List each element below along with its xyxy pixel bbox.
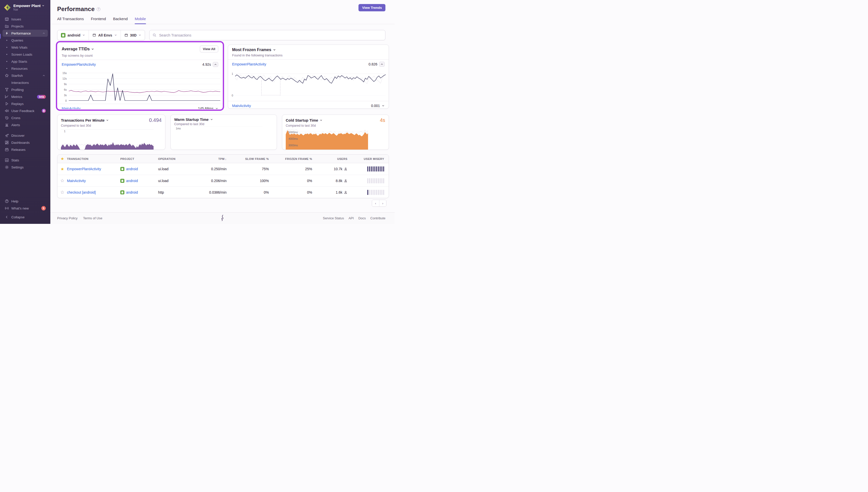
ttid-transaction-row-container: MainActivity145.68ms bbox=[58, 104, 222, 109]
sidebar-item-help[interactable]: Help bbox=[2, 198, 48, 205]
star-icon-outline[interactable] bbox=[57, 190, 67, 194]
sentry-logo-icon bbox=[220, 215, 225, 222]
sidebar-item-label: Metrics bbox=[11, 95, 35, 99]
footer-link-privacy-policy[interactable]: Privacy Policy bbox=[57, 216, 78, 220]
next-page-button[interactable]: › bbox=[379, 200, 386, 206]
footer-link-contribute[interactable]: Contribute bbox=[370, 216, 385, 220]
expand-row-button[interactable] bbox=[382, 104, 385, 107]
expand-row-button[interactable] bbox=[215, 107, 218, 109]
bullet-icon bbox=[4, 59, 9, 64]
stats-icon bbox=[4, 158, 9, 162]
transaction-metric-value: 4.92s bbox=[202, 63, 211, 67]
projects-icon bbox=[4, 24, 9, 28]
transaction-link[interactable]: MainActivity bbox=[67, 179, 86, 183]
view-all-button[interactable]: View All bbox=[200, 46, 218, 52]
transaction-link[interactable]: checkout [android] bbox=[67, 190, 96, 194]
transaction-link[interactable]: EmpowerPlantActivity bbox=[67, 167, 101, 171]
frozen-frame-cell: 0% bbox=[269, 179, 312, 183]
col-frozen-frame[interactable]: FROZEN FRAME % bbox=[269, 157, 312, 161]
col-user-misery[interactable]: USER MISERY bbox=[348, 157, 389, 161]
col-users[interactable]: USERS bbox=[312, 157, 348, 161]
sidebar-item-performance[interactable]: Performance bbox=[2, 30, 48, 37]
sidebar-item-dashboards[interactable]: Dashboards bbox=[2, 139, 48, 146]
frozen-card-title-dropdown[interactable]: Most Frozen Frames bbox=[232, 48, 276, 52]
sidebar-item-label: Issues bbox=[11, 17, 46, 21]
transaction-link-mainactivity[interactable]: MainActivity bbox=[62, 106, 81, 109]
warm-card-title-dropdown[interactable]: Warm Startup Time bbox=[174, 117, 213, 122]
sidebar-item-resources[interactable]: Resources bbox=[2, 65, 48, 72]
star-icon-outline[interactable] bbox=[57, 179, 67, 182]
org-switcher[interactable]: Empower Plant Nar bbox=[0, 0, 50, 14]
tab-backend[interactable]: Backend bbox=[113, 17, 128, 24]
col-transaction[interactable]: TRANSACTION bbox=[67, 157, 120, 161]
sidebar-item-queries[interactable]: Queries bbox=[2, 37, 48, 44]
sidebar-item-metrics[interactable]: Metricsbeta bbox=[2, 93, 48, 100]
search-transactions-input[interactable] bbox=[159, 33, 382, 38]
collapse-row-button[interactable] bbox=[379, 62, 385, 67]
sidebar-item-label: Queries bbox=[11, 39, 46, 42]
sidebar-item-screen-loads[interactable]: Screen Loads bbox=[2, 51, 48, 58]
star-icon-filled[interactable] bbox=[57, 167, 67, 171]
average-ttids-card: Average TTIDs View All Top screens by co… bbox=[58, 43, 222, 109]
project-cell: android bbox=[120, 179, 158, 183]
sidebar-item-crons[interactable]: Crons bbox=[2, 114, 48, 121]
ttid-card-title-dropdown[interactable]: Average TTIDs bbox=[62, 47, 94, 51]
chevron-up-icon bbox=[42, 32, 46, 35]
sidebar-item-projects[interactable]: Projects bbox=[2, 23, 48, 30]
transaction-link-mainactivity[interactable]: MainActivity bbox=[232, 104, 251, 108]
sidebar-item-web-vitals[interactable]: Web Vitals bbox=[2, 44, 48, 51]
cold-card-title-dropdown[interactable]: Cold Startup Time bbox=[286, 118, 323, 122]
col-project[interactable]: PROJECT bbox=[120, 157, 158, 161]
project-link[interactable]: android bbox=[126, 179, 138, 183]
sidebar-item-label: Projects bbox=[11, 24, 46, 28]
help-icon bbox=[4, 199, 9, 203]
previous-page-button[interactable]: ‹ bbox=[372, 200, 379, 206]
view-trends-button[interactable]: View Trends bbox=[358, 4, 385, 11]
date-range-filter[interactable]: 30D bbox=[121, 30, 145, 40]
tab-all-transactions[interactable]: All Transactions bbox=[57, 17, 84, 24]
date-range-value: 30D bbox=[130, 33, 137, 37]
sidebar-item-interactions[interactable]: Interactions bbox=[2, 79, 48, 86]
footer-link-docs[interactable]: Docs bbox=[358, 216, 366, 220]
footer-link-api[interactable]: API bbox=[349, 216, 354, 220]
tab-frontend[interactable]: Frontend bbox=[91, 17, 106, 24]
sidebar-item-issues[interactable]: Issues bbox=[2, 16, 48, 23]
project-link[interactable]: android bbox=[126, 190, 138, 194]
transaction-link-empowerplantactivity[interactable]: EmpowerPlantActivity bbox=[62, 63, 96, 67]
tpm-card-title-dropdown[interactable]: Transactions Per Minute bbox=[61, 118, 109, 122]
user-misery-bars bbox=[367, 178, 384, 183]
tab-mobile[interactable]: Mobile bbox=[135, 17, 146, 24]
table-row-empowerplantactivity: EmpowerPlantActivityandroidui.load0.250/… bbox=[57, 163, 389, 175]
frozen-transaction-row-container: MainActivity0.001 bbox=[228, 101, 389, 109]
sidebar-item-replays[interactable]: Replays bbox=[2, 100, 48, 107]
sidebar-item-settings[interactable]: Settings bbox=[2, 164, 48, 171]
sidebar-item-releases[interactable]: Releases bbox=[2, 146, 48, 153]
sidebar-item-app-starts[interactable]: App Starts bbox=[2, 58, 48, 65]
environment-filter-value: All Envs bbox=[98, 33, 112, 37]
transaction-link-empowerplantactivity[interactable]: EmpowerPlantActivity bbox=[232, 62, 266, 66]
collapse-row-button[interactable] bbox=[213, 62, 218, 67]
col-operation[interactable]: OPERATION bbox=[158, 157, 198, 161]
sidebar-item-label: Web Vitals bbox=[11, 46, 46, 49]
col-tpm-sorted[interactable]: TPM↓ bbox=[198, 157, 227, 161]
sidebar-collapse-button[interactable]: Collapse bbox=[0, 213, 50, 221]
help-circle-icon[interactable]: ? bbox=[97, 7, 100, 11]
project-filter[interactable]: android bbox=[57, 30, 88, 40]
sidebar-item-profiling[interactable]: Profiling bbox=[2, 86, 48, 93]
col-slow-frame[interactable]: SLOW FRAME % bbox=[227, 157, 269, 161]
cold-chart-svg bbox=[286, 128, 368, 150]
sidebar-item-what-s-new[interactable]: What's new5 bbox=[2, 205, 48, 212]
footer-link-terms-of-use[interactable]: Terms of Use bbox=[83, 216, 102, 220]
y-axis-tick: 15s bbox=[58, 72, 67, 75]
sidebar-item-user-feedback[interactable]: User FeedbackB bbox=[2, 107, 48, 114]
user-misery-cell bbox=[348, 178, 389, 183]
sidebar-item-starfish[interactable]: Starfish bbox=[2, 72, 48, 79]
org-logo-icon bbox=[3, 4, 11, 11]
footer-link-service-status[interactable]: Service Status bbox=[323, 216, 344, 220]
environment-filter[interactable]: All Envs bbox=[88, 30, 120, 40]
project-link[interactable]: android bbox=[126, 167, 138, 171]
chevron-down-icon bbox=[91, 48, 94, 51]
sidebar-item-stats[interactable]: Stats bbox=[2, 156, 48, 164]
sidebar-item-alerts[interactable]: Alerts bbox=[2, 121, 48, 128]
sidebar-item-discover[interactable]: Discover bbox=[2, 132, 48, 139]
